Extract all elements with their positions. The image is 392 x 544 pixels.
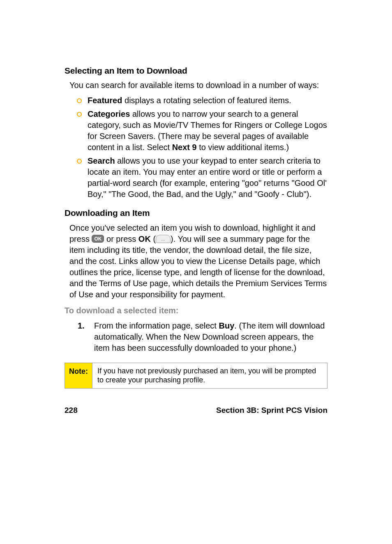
- list-item: Categories allows you to narrow your sea…: [76, 109, 327, 153]
- downloading-para: Once you've selected an item you wish to…: [69, 222, 327, 300]
- term-featured: Featured: [88, 96, 122, 105]
- ok-key-icon: OK: [92, 235, 104, 243]
- term-categories: Categories: [88, 109, 130, 118]
- desc-search: allows you to use your keypad to enter s…: [88, 156, 327, 199]
- ok-text: OK: [138, 234, 151, 243]
- section-title: Section 3B: Sprint PCS Vision: [216, 405, 327, 416]
- paren-close: ).: [171, 234, 178, 243]
- download-subhead: To download a selected item:: [65, 305, 327, 316]
- step-item: 1. From the information page, select Buy…: [78, 320, 327, 354]
- note-box: Note: If you have not previously purchas…: [65, 363, 327, 389]
- page-number: 228: [65, 405, 78, 416]
- step-pre: From the information page, select: [94, 321, 219, 330]
- note-label: Note:: [65, 363, 92, 388]
- para-post: You will see a summary page for the item…: [69, 234, 327, 299]
- next9-label: Next 9: [172, 143, 197, 152]
- download-steps: 1. From the information page, select Buy…: [78, 320, 327, 354]
- term-search: Search: [88, 156, 115, 165]
- heading-selecting: Selecting an Item to Download: [65, 65, 327, 76]
- paren-open: (: [151, 234, 156, 243]
- heading-downloading: Downloading an Item: [65, 207, 327, 219]
- selecting-list: Featured displays a rotating selection o…: [76, 95, 327, 200]
- page-footer: 228 Section 3B: Sprint PCS Vision: [65, 405, 327, 416]
- list-item: Featured displays a rotating selection o…: [76, 95, 327, 106]
- press-or: or press: [106, 234, 138, 243]
- step-number: 1.: [78, 320, 85, 331]
- softkey-icon: …: [156, 235, 171, 243]
- note-text: If you have not previously purchased an …: [92, 363, 327, 388]
- list-item: Search allows you to use your keypad to …: [76, 155, 327, 200]
- selecting-intro: You can search for available items to do…: [69, 80, 327, 91]
- desc-categories-post: to view additional items.): [197, 143, 289, 152]
- step-bold: Buy: [219, 321, 234, 330]
- desc-featured: displays a rotating selection of feature…: [122, 96, 291, 105]
